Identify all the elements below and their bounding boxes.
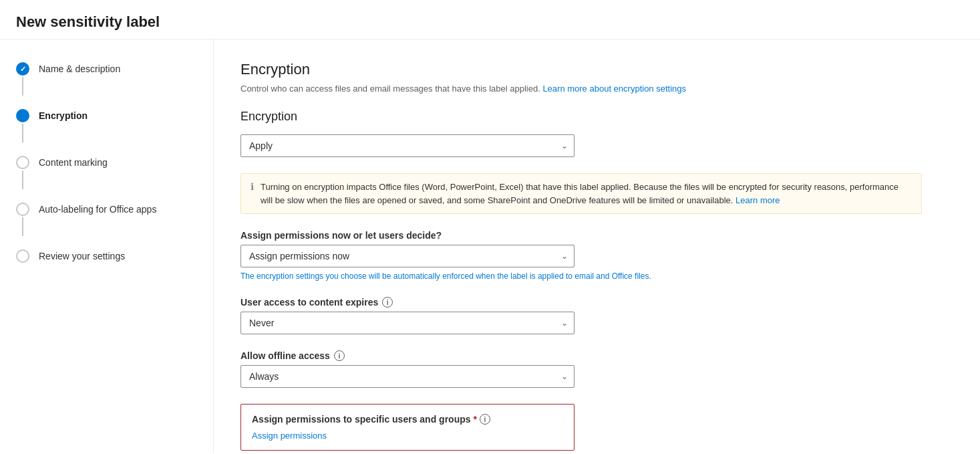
learn-more-link[interactable]: Learn more about encryption settings <box>542 84 686 94</box>
offline-access-field-group: Allow offline access i Always Never Only… <box>240 350 953 388</box>
step-circle-2 <box>16 109 29 122</box>
section-title: Encryption <box>240 61 953 78</box>
step-circle-1: ✓ <box>16 62 29 76</box>
encryption-dropdown[interactable]: Apply Remove None <box>240 134 575 157</box>
assign-specific-label: Assign permissions to specific users and… <box>252 414 563 425</box>
step-connector-2 <box>22 124 23 142</box>
checkmark-icon: ✓ <box>20 65 26 74</box>
encryption-subsection-title: Encryption <box>240 110 953 124</box>
required-star: * <box>474 414 477 425</box>
assign-permissions-link[interactable]: Assign permissions <box>252 431 327 441</box>
assign-permissions-dropdown-wrapper: Assign permissions now Let users assign … <box>240 245 575 267</box>
sidebar: ✓ Name & description Encryption Content … <box>0 39 214 453</box>
info-banner-text: Turning on encryption impacts Office fil… <box>261 181 912 207</box>
user-access-dropdown[interactable]: Never On a specific date A number of day… <box>240 312 575 334</box>
offline-access-dropdown[interactable]: Always Never Only for a number of days <box>240 365 575 388</box>
user-access-field-group: User access to content expires i Never O… <box>240 297 953 334</box>
info-banner-icon: ℹ <box>251 181 254 192</box>
encryption-field-group: Encryption Apply Remove None ⌄ <box>240 110 953 157</box>
page-title: New sensitivity label <box>16 13 964 31</box>
assign-permissions-helper-text: The encryption settings you choose will … <box>240 271 953 281</box>
info-banner: ℹ Turning on encryption impacts Office f… <box>240 173 922 214</box>
main-layout: ✓ Name & description Encryption Content … <box>0 39 980 453</box>
offline-access-info-icon[interactable]: i <box>334 350 345 361</box>
assign-permissions-dropdown[interactable]: Assign permissions now Let users assign … <box>240 245 575 267</box>
step-connector-1 <box>22 77 23 96</box>
sidebar-label-name-description: Name & description <box>39 62 120 76</box>
assign-specific-box: Assign permissions to specific users and… <box>240 404 575 451</box>
step-indicator-3 <box>16 156 29 189</box>
user-access-info-icon[interactable]: i <box>382 297 393 308</box>
sidebar-item-auto-labeling[interactable]: Auto-labeling for Office apps <box>0 196 213 243</box>
sidebar-item-name-description[interactable]: ✓ Name & description <box>0 55 213 102</box>
step-indicator-1: ✓ <box>16 62 29 96</box>
step-indicator-2 <box>16 109 29 142</box>
sidebar-label-review-settings: Review your settings <box>39 249 125 263</box>
step-circle-5 <box>16 249 29 263</box>
assign-specific-info-icon[interactable]: i <box>480 414 490 425</box>
assign-permissions-label: Assign permissions now or let users deci… <box>240 230 953 241</box>
sidebar-label-encryption: Encryption <box>39 109 88 123</box>
sidebar-item-content-marking[interactable]: Content marking <box>0 149 213 196</box>
sidebar-label-auto-labeling: Auto-labeling for Office apps <box>39 203 156 217</box>
page-header: New sensitivity label <box>0 0 980 39</box>
encryption-dropdown-wrapper: Apply Remove None ⌄ <box>240 134 575 157</box>
step-indicator-4 <box>16 203 29 236</box>
sidebar-item-encryption[interactable]: Encryption <box>0 102 213 149</box>
offline-access-label: Allow offline access i <box>240 350 953 361</box>
step-connector-3 <box>22 171 23 189</box>
user-access-dropdown-wrapper: Never On a specific date A number of day… <box>240 312 575 334</box>
step-connector-4 <box>22 217 23 236</box>
sidebar-item-review-settings[interactable]: Review your settings <box>0 243 213 270</box>
user-access-label: User access to content expires i <box>240 297 953 308</box>
step-indicator-5 <box>16 249 29 263</box>
step-circle-4 <box>16 203 29 216</box>
assign-permissions-field-group: Assign permissions now or let users deci… <box>240 230 953 281</box>
info-banner-link[interactable]: Learn more <box>736 195 780 205</box>
main-content: Encryption Control who can access files … <box>214 39 980 453</box>
step-circle-3 <box>16 156 29 169</box>
sidebar-label-content-marking: Content marking <box>39 156 108 170</box>
offline-access-dropdown-wrapper: Always Never Only for a number of days ⌄ <box>240 365 575 388</box>
section-description: Control who can access files and email m… <box>240 84 953 94</box>
